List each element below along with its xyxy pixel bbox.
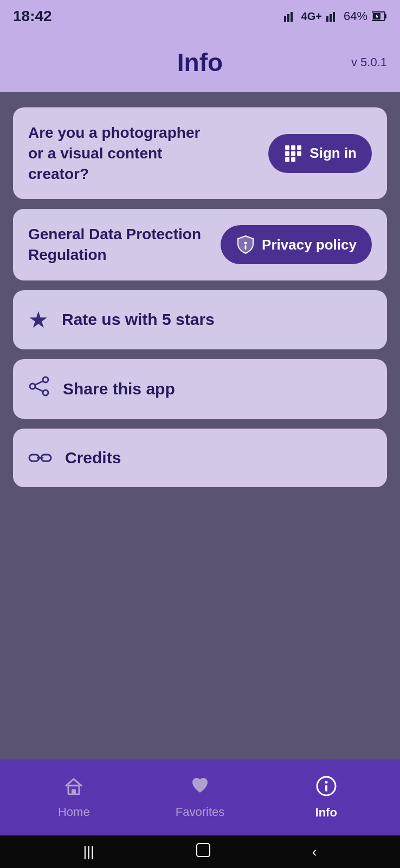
svg-line-25 — [35, 381, 43, 385]
battery-percentage: 64% — [344, 9, 367, 23]
gdpr-card-text: General Data Protection Regulation — [28, 224, 202, 265]
rate-card[interactable]: ★ Rate us with 5 stars — [13, 290, 387, 349]
info-circle-icon — [316, 776, 337, 801]
svg-rect-17 — [297, 151, 301, 156]
status-time: 18:42 — [13, 8, 52, 25]
svg-rect-4 — [330, 14, 332, 22]
signal-icon-2 — [326, 11, 339, 22]
svg-rect-21 — [245, 245, 247, 250]
bottom-nav: Home Favorites Info — [0, 760, 400, 835]
svg-point-24 — [43, 390, 48, 395]
heart-icon — [190, 776, 210, 801]
privacy-policy-button[interactable]: Privacy policy — [221, 225, 372, 264]
photographer-card: Are you a photographer or a visual conte… — [13, 107, 387, 199]
nav-favorites[interactable]: Favorites — [137, 776, 263, 819]
privacy-policy-label: Privacy policy — [262, 237, 357, 253]
sign-in-label: Sign in — [309, 145, 357, 162]
status-icons: 4G+ 64% — [284, 9, 387, 23]
nav-favorites-label: Favorites — [176, 805, 224, 819]
svg-rect-34 — [325, 785, 327, 792]
star-icon: ★ — [28, 307, 49, 333]
svg-rect-5 — [333, 12, 335, 22]
sign-in-button[interactable]: Sign in — [268, 134, 372, 173]
nav-info[interactable]: Info — [263, 776, 389, 820]
share-label: Share this app — [63, 380, 175, 398]
svg-rect-3 — [326, 16, 328, 22]
svg-rect-18 — [285, 157, 289, 162]
svg-rect-15 — [285, 151, 289, 156]
svg-point-20 — [244, 242, 247, 245]
svg-rect-2 — [291, 12, 293, 22]
svg-rect-1 — [287, 14, 289, 22]
rate-label: Rate us with 5 stars — [62, 310, 215, 329]
nav-home-label: Home — [58, 805, 90, 819]
nav-info-label: Info — [315, 806, 337, 820]
link-icon — [28, 445, 52, 471]
android-nav-bar: ||| ‹ — [0, 835, 400, 868]
svg-point-23 — [30, 384, 35, 389]
svg-point-33 — [325, 781, 327, 783]
home-icon — [64, 776, 83, 801]
svg-point-22 — [43, 377, 48, 382]
status-bar: 18:42 4G+ 64% — [0, 0, 400, 33]
version-label: v 5.0.1 — [351, 55, 387, 69]
svg-rect-12 — [285, 145, 289, 150]
credits-label: Credits — [65, 449, 121, 467]
share-icon — [28, 375, 50, 403]
shield-info-icon — [236, 235, 255, 254]
nav-home[interactable]: Home — [11, 776, 137, 819]
credits-card[interactable]: Credits — [13, 429, 387, 487]
svg-rect-0 — [284, 16, 286, 22]
photographer-card-text: Are you a photographer or a visual conte… — [28, 123, 202, 184]
svg-rect-13 — [291, 145, 295, 150]
android-menu-btn[interactable]: ||| — [83, 844, 94, 860]
header: Info v 5.0.1 — [0, 33, 400, 92]
svg-rect-31 — [72, 789, 76, 794]
page-title: Info — [177, 48, 223, 77]
signin-grid-icon — [283, 144, 303, 163]
svg-rect-7 — [385, 14, 386, 18]
share-card[interactable]: Share this app — [13, 359, 387, 419]
battery-icon — [372, 11, 387, 22]
svg-rect-19 — [291, 157, 295, 162]
svg-rect-14 — [297, 145, 301, 150]
main-content: Are you a photographer or a visual conte… — [0, 92, 400, 760]
svg-line-26 — [35, 387, 43, 391]
android-home-btn[interactable] — [196, 843, 211, 861]
svg-rect-35 — [197, 844, 210, 857]
svg-rect-16 — [291, 151, 295, 156]
gdpr-card: General Data Protection Regulation Priva… — [13, 209, 387, 280]
network-type: 4G+ — [301, 10, 322, 23]
android-back-btn[interactable]: ‹ — [312, 844, 317, 860]
signal-icon — [284, 11, 297, 22]
